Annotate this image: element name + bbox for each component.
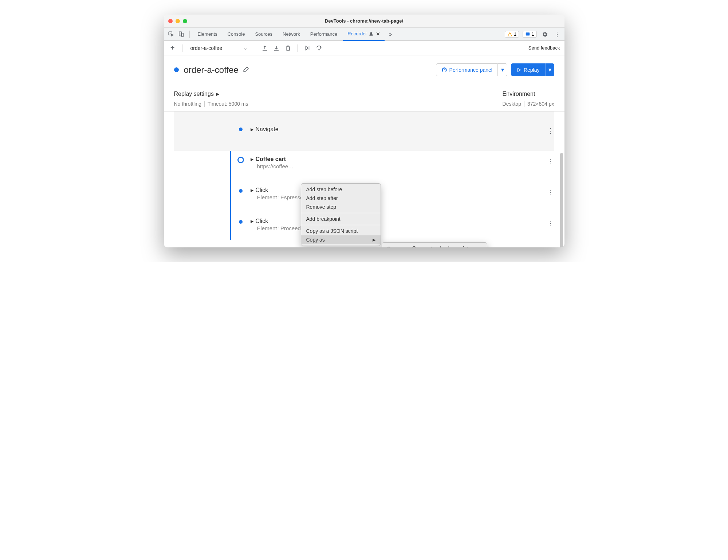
svg-rect-3 — [526, 32, 530, 35]
menu-label: Copy as — [306, 237, 325, 243]
replay-button[interactable]: Replay — [511, 63, 545, 76]
new-recording-button[interactable]: + — [168, 44, 177, 52]
inspect-icon[interactable] — [167, 30, 176, 39]
recording-select[interactable]: order-a-coffee ⌵ — [188, 44, 250, 52]
warning-icon — [507, 32, 512, 37]
issues-badge[interactable]: 1 — [523, 31, 537, 38]
step-menu-button[interactable]: ⋮ — [547, 157, 554, 165]
copy-as-submenu: Copy as a @puppeteer/replay script Copy … — [382, 242, 487, 247]
tab-network[interactable]: Network — [278, 28, 304, 41]
expand-arrow-icon[interactable]: ▶ — [251, 157, 253, 162]
edit-title-button[interactable] — [243, 66, 249, 74]
menu-separator — [301, 213, 381, 213]
close-tab-icon[interactable]: ✕ — [376, 31, 380, 37]
separator — [204, 101, 205, 107]
menu-separator — [301, 225, 381, 225]
settings-row: Replay settings ▶ No throttling Timeout:… — [164, 83, 564, 111]
separator — [182, 44, 182, 52]
issue-icon — [525, 32, 530, 37]
flask-icon — [369, 31, 374, 36]
replay-label: Replay — [524, 67, 540, 73]
recording-dot-icon — [174, 67, 179, 72]
step-menu-button[interactable]: ⋮ — [547, 127, 554, 135]
step-title: Coffee cart — [256, 156, 286, 162]
export-button[interactable] — [260, 44, 269, 52]
menu-add-breakpoint[interactable]: Add breakpoint — [301, 215, 381, 223]
separator — [255, 44, 255, 52]
tab-recorder[interactable]: Recorder ✕ — [343, 28, 384, 41]
step-menu-button[interactable]: ⋮ — [547, 219, 554, 227]
perf-dropdown-button[interactable]: ▾ — [498, 63, 507, 76]
submenu-arrow-icon: ▶ — [373, 238, 375, 242]
viewport-value: 372×804 px — [527, 101, 554, 107]
send-feedback-link[interactable]: Send feedback — [528, 45, 560, 51]
warning-count: 1 — [514, 32, 516, 37]
svg-point-4 — [319, 49, 319, 50]
menu-add-step-after[interactable]: Add step after — [301, 194, 381, 203]
recording-title: order-a-coffee — [184, 65, 239, 75]
window-title: DevTools - chrome://new-tab-page/ — [164, 18, 564, 24]
arrow-right-icon: ▶ — [216, 91, 219, 97]
replay-dropdown-button[interactable]: ▾ — [545, 63, 554, 76]
recorder-toolbar: + order-a-coffee ⌵ Send feedback — [164, 41, 564, 55]
step-title: Click — [256, 218, 268, 224]
separator — [298, 44, 298, 52]
minimize-window-button[interactable] — [176, 19, 180, 23]
play-icon — [516, 67, 522, 73]
scrollbar[interactable] — [560, 153, 564, 247]
device-toggle-icon[interactable] — [177, 30, 186, 39]
maximize-window-button[interactable] — [183, 19, 187, 23]
close-window-button[interactable] — [168, 19, 173, 23]
device-value: Desktop — [503, 101, 521, 107]
step-context-menu: Add step before Add step after Remove st… — [301, 183, 381, 246]
delete-button[interactable] — [284, 44, 292, 52]
step-title: Click — [256, 187, 268, 193]
devtools-window: DevTools - chrome://new-tab-page/ Elemen… — [164, 15, 564, 247]
tab-sources[interactable]: Sources — [251, 28, 277, 41]
chevron-down-icon: ⌵ — [244, 45, 247, 51]
performance-panel-button-group: Performance panel ▾ — [436, 63, 507, 76]
replay-button-group: Replay ▾ — [511, 63, 554, 76]
perf-label: Performance panel — [449, 67, 492, 73]
performance-panel-button[interactable]: Performance panel — [436, 63, 498, 76]
traffic-lights — [168, 19, 187, 23]
expand-arrow-icon[interactable]: ▶ — [251, 188, 253, 193]
scrollbar-thumb[interactable] — [560, 153, 563, 247]
menu-remove-step[interactable]: Remove step — [301, 203, 381, 211]
environment-label: Environment — [503, 91, 554, 97]
expand-arrow-icon[interactable]: ▶ — [251, 219, 253, 224]
devtools-tabs: Elements Console Sources Network Perform… — [164, 28, 564, 41]
tab-label: Recorder — [347, 31, 367, 36]
step-over-button[interactable] — [315, 44, 323, 52]
import-button[interactable] — [272, 44, 281, 52]
step-coffee-cart[interactable]: ▶ Coffee cart https://coffee… ⋮ — [174, 151, 554, 175]
step-subtitle: https://coffee… — [257, 163, 554, 169]
titlebar: DevTools - chrome://new-tab-page/ — [164, 15, 564, 28]
step-menu-button[interactable]: ⋮ — [547, 188, 554, 196]
menu-add-step-before[interactable]: Add step before — [301, 185, 381, 194]
throttling-value: No throttling — [174, 101, 201, 107]
play-step-button[interactable] — [303, 44, 312, 52]
timeout-value: Timeout: 5000 ms — [208, 101, 248, 107]
tab-performance[interactable]: Performance — [306, 28, 342, 41]
recording-name: order-a-coffee — [190, 45, 223, 51]
menu-copy-puppeteer-replay[interactable]: Copy as a @puppeteer/replay script — [382, 244, 487, 247]
settings-icon[interactable] — [540, 30, 549, 39]
menu-copy-as[interactable]: Copy as ▶ — [301, 235, 381, 244]
separator — [524, 101, 524, 107]
warnings-badge[interactable]: 1 — [505, 31, 519, 38]
step-navigate[interactable]: ▶ Navigate ⋮ — [174, 111, 554, 151]
separator — [189, 31, 190, 38]
more-icon[interactable]: ⋮ — [553, 30, 562, 39]
issue-count: 1 — [532, 32, 534, 37]
tab-console[interactable]: Console — [223, 28, 249, 41]
replay-settings-toggle[interactable]: Replay settings ▶ — [174, 91, 503, 97]
tab-elements[interactable]: Elements — [193, 28, 222, 41]
gauge-icon — [441, 67, 447, 73]
expand-arrow-icon[interactable]: ▶ — [251, 127, 253, 132]
menu-copy-json[interactable]: Copy as a JSON script — [301, 227, 381, 235]
recorder-header: order-a-coffee Performance panel ▾ Repla… — [164, 55, 564, 76]
step-title: Navigate — [256, 126, 279, 133]
more-tabs-icon[interactable]: » — [386, 30, 395, 39]
